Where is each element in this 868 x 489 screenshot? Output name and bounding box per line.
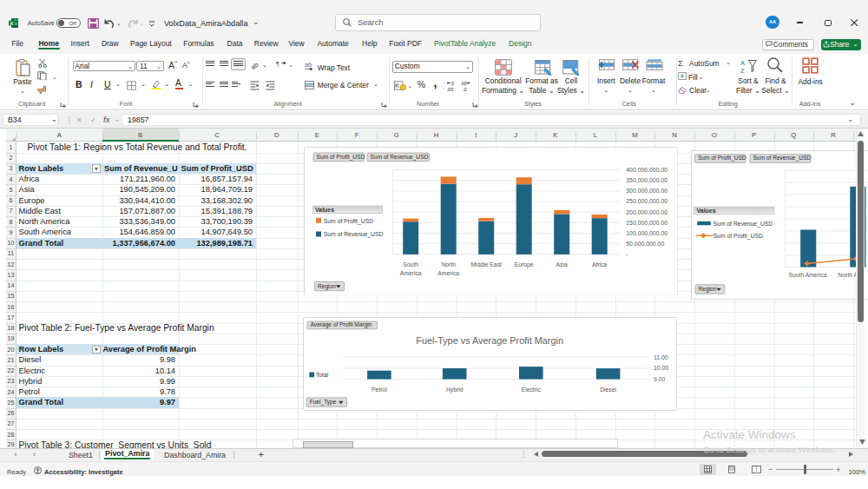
svg-text:America: America xyxy=(437,269,459,275)
svg-text:¶: ¶ xyxy=(276,61,279,67)
svg-text:Petrol: Petrol xyxy=(372,386,387,392)
svg-text:00: 00 xyxy=(462,81,467,86)
svg-text:South America: South America xyxy=(788,273,826,279)
svg-text:Europe: Europe xyxy=(514,261,533,268)
svg-text:North: North xyxy=(441,261,456,267)
svg-text:X: X xyxy=(10,21,13,26)
svg-text:ab: ab xyxy=(251,60,260,69)
svg-text:South: South xyxy=(403,261,418,267)
svg-text:Sum of Revenue_USD: Sum of Revenue_USD xyxy=(713,221,773,228)
svg-text:150,000,000.00: 150,000,000.00 xyxy=(626,219,667,225)
svg-text:Sum of Profit_USD: Sum of Profit_USD xyxy=(323,217,372,224)
svg-text:100,000,000.00: 100,000,000.00 xyxy=(626,229,667,235)
svg-text:.0: .0 xyxy=(463,86,467,91)
svg-text:ab: ab xyxy=(305,62,312,68)
svg-text:11.00: 11.00 xyxy=(654,354,668,360)
svg-text:.00: .00 xyxy=(447,86,454,91)
svg-text:50,000,000.00: 50,000,000.00 xyxy=(626,241,664,247)
svg-text:Electric: Electric xyxy=(521,386,541,392)
svg-text:Sum of Revenue_USD: Sum of Revenue_USD xyxy=(370,153,428,160)
svg-text:Asia: Asia xyxy=(556,261,567,267)
svg-text:Z: Z xyxy=(740,67,745,75)
svg-text:9.00: 9.00 xyxy=(654,376,666,382)
svg-text:America: America xyxy=(399,269,421,275)
svg-text:300,000,000.00: 300,000,000.00 xyxy=(626,188,667,194)
svg-text:400,000,000.00: 400,000,000.00 xyxy=(626,166,667,172)
svg-text:250,000,000.00: 250,000,000.00 xyxy=(626,198,667,204)
svg-text:Values: Values xyxy=(315,206,334,212)
svg-text:Sum of Profit_USD: Sum of Profit_USD xyxy=(316,153,365,160)
svg-text:Fuel-Type vs Average Profit Ma: Fuel-Type vs Average Profit Margin xyxy=(416,335,563,346)
svg-text:A: A xyxy=(740,59,745,67)
svg-text:350,000,000.00: 350,000,000.00 xyxy=(626,177,667,183)
svg-text:Sum of Profit_USD: Sum of Profit_USD xyxy=(698,155,746,162)
svg-text:Sum of Revenue_USD: Sum of Revenue_USD xyxy=(323,231,383,238)
svg-text:Values: Values xyxy=(697,208,716,214)
svg-text:K: K xyxy=(395,83,399,89)
svg-text:Sum of Revenue_USD: Sum of Revenue_USD xyxy=(753,155,812,162)
svg-text:0: 0 xyxy=(451,81,454,86)
svg-text:Total: Total xyxy=(316,372,329,378)
svg-text:Middle East: Middle East xyxy=(470,261,502,267)
svg-text:Africa: Africa xyxy=(592,261,608,267)
svg-text:Diesel: Diesel xyxy=(600,386,616,392)
svg-text:-: - xyxy=(626,251,628,257)
svg-text:10.00: 10.00 xyxy=(654,365,668,371)
svg-text:Fuel_Type: Fuel_Type xyxy=(309,399,336,406)
svg-text:Region: Region xyxy=(318,283,336,290)
svg-text:Sum of Profit_USD: Sum of Profit_USD xyxy=(713,233,763,240)
svg-text:Region: Region xyxy=(699,287,717,294)
svg-text:Average of Profit Margin: Average of Profit Margin xyxy=(310,321,372,328)
svg-text:200,000,000.00: 200,000,000.00 xyxy=(626,208,667,215)
svg-text:Hybrid: Hybrid xyxy=(446,386,464,393)
